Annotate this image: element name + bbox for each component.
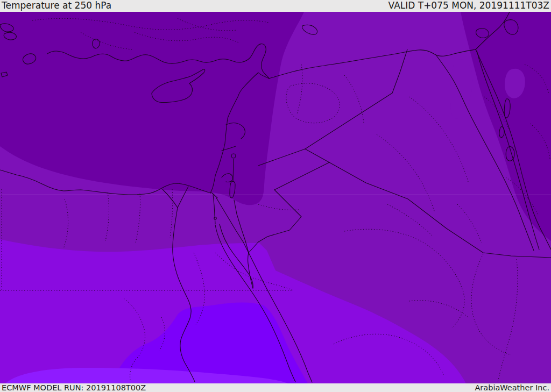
map-title: Temperature at 250 hPa	[2, 0, 111, 11]
header-bar: Temperature at 250 hPa VALID T+075 MON, …	[0, 0, 551, 12]
weather-map	[0, 12, 551, 383]
valid-time-label: VALID T+075 MON, 20191111T03Z	[388, 0, 549, 11]
footer-bar: ECMWF MODEL RUN: 20191108T00Z ArabiaWeat…	[0, 383, 551, 392]
credit-label: ArabiaWeather Inc.	[475, 383, 549, 392]
temperature-shading	[0, 12, 551, 383]
model-run-label: ECMWF MODEL RUN: 20191108T00Z	[2, 383, 146, 392]
weather-map-window: { "header": { "title": "Temperature at 2…	[0, 0, 551, 392]
